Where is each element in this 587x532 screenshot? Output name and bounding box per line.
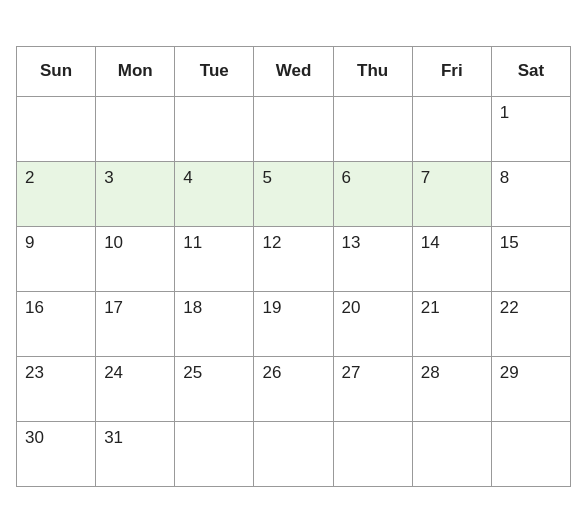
calendar-week-row: 3031 bbox=[17, 421, 571, 486]
calendar-day-number: 10 bbox=[104, 233, 166, 253]
calendar-day-cell bbox=[96, 96, 175, 161]
calendar-week-row: 2345678 bbox=[17, 161, 571, 226]
calendar-day-cell: 10 bbox=[96, 226, 175, 291]
calendar-day-cell: 3 bbox=[96, 161, 175, 226]
calendar-day-cell: 24 bbox=[96, 356, 175, 421]
calendar-day-cell: 17 bbox=[96, 291, 175, 356]
calendar-day-number: 4 bbox=[183, 168, 245, 188]
calendar-day-number: 2 bbox=[25, 168, 87, 188]
calendar-day-number: 31 bbox=[104, 428, 166, 448]
calendar-week-row: 1 bbox=[17, 96, 571, 161]
calendar-day-number: 19 bbox=[262, 298, 324, 318]
calendar-day-cell: 16 bbox=[17, 291, 96, 356]
calendar-day-number: 15 bbox=[500, 233, 562, 253]
calendar-day-number: 9 bbox=[25, 233, 87, 253]
calendar-header-cell: Fri bbox=[412, 46, 491, 96]
calendar-day-number: 12 bbox=[262, 233, 324, 253]
calendar-day-number: 29 bbox=[500, 363, 562, 383]
calendar-day-number: 7 bbox=[421, 168, 483, 188]
calendar-day-number: 8 bbox=[500, 168, 562, 188]
calendar-day-cell bbox=[333, 96, 412, 161]
calendar-day-cell: 14 bbox=[412, 226, 491, 291]
calendar-day-cell bbox=[412, 96, 491, 161]
calendar-day-cell: 23 bbox=[17, 356, 96, 421]
calendar-day-cell: 11 bbox=[175, 226, 254, 291]
calendar-day-cell: 30 bbox=[17, 421, 96, 486]
calendar-header-cell: Sat bbox=[491, 46, 570, 96]
calendar-day-cell: 12 bbox=[254, 226, 333, 291]
calendar-day-cell: 22 bbox=[491, 291, 570, 356]
calendar-week-row: 9101112131415 bbox=[17, 226, 571, 291]
calendar-header-cell: Thu bbox=[333, 46, 412, 96]
calendar-day-number: 26 bbox=[262, 363, 324, 383]
calendar-day-number: 24 bbox=[104, 363, 166, 383]
calendar-header-cell: Wed bbox=[254, 46, 333, 96]
calendar-day-cell: 25 bbox=[175, 356, 254, 421]
calendar-day-cell: 5 bbox=[254, 161, 333, 226]
calendar-day-number: 18 bbox=[183, 298, 245, 318]
calendar-day-cell bbox=[254, 96, 333, 161]
calendar-day-cell: 4 bbox=[175, 161, 254, 226]
calendar-day-cell: 26 bbox=[254, 356, 333, 421]
calendar-day-cell: 6 bbox=[333, 161, 412, 226]
calendar-day-number: 23 bbox=[25, 363, 87, 383]
calendar-day-number: 5 bbox=[262, 168, 324, 188]
calendar-day-cell bbox=[254, 421, 333, 486]
calendar-day-number: 25 bbox=[183, 363, 245, 383]
calendar-day-number: 6 bbox=[342, 168, 404, 188]
calendar-day-cell: 27 bbox=[333, 356, 412, 421]
calendar-day-number: 1 bbox=[500, 103, 562, 123]
calendar-day-cell: 31 bbox=[96, 421, 175, 486]
calendar-day-number: 11 bbox=[183, 233, 245, 253]
calendar-day-number: 13 bbox=[342, 233, 404, 253]
calendar-header-cell: Sun bbox=[17, 46, 96, 96]
calendar-day-cell: 1 bbox=[491, 96, 570, 161]
calendar-day-cell: 21 bbox=[412, 291, 491, 356]
calendar-day-number: 17 bbox=[104, 298, 166, 318]
calendar-day-cell bbox=[175, 96, 254, 161]
calendar-week-row: 16171819202122 bbox=[17, 291, 571, 356]
calendar-day-cell: 8 bbox=[491, 161, 570, 226]
calendar-day-cell: 7 bbox=[412, 161, 491, 226]
calendar-day-cell bbox=[175, 421, 254, 486]
calendar-day-cell: 13 bbox=[333, 226, 412, 291]
calendar-day-number: 30 bbox=[25, 428, 87, 448]
calendar-day-cell bbox=[491, 421, 570, 486]
calendar-header-cell: Tue bbox=[175, 46, 254, 96]
calendar-day-cell: 18 bbox=[175, 291, 254, 356]
calendar-day-cell: 29 bbox=[491, 356, 570, 421]
calendar-day-number: 21 bbox=[421, 298, 483, 318]
calendar-day-cell: 15 bbox=[491, 226, 570, 291]
calendar-day-number: 20 bbox=[342, 298, 404, 318]
calendar-week-row: 23242526272829 bbox=[17, 356, 571, 421]
calendar-day-number: 14 bbox=[421, 233, 483, 253]
calendar-day-cell bbox=[412, 421, 491, 486]
calendar-header-cell: Mon bbox=[96, 46, 175, 96]
calendar-day-cell: 19 bbox=[254, 291, 333, 356]
calendar-day-number: 27 bbox=[342, 363, 404, 383]
calendar-day-cell bbox=[333, 421, 412, 486]
calendar-day-cell: 20 bbox=[333, 291, 412, 356]
calendar-day-number: 22 bbox=[500, 298, 562, 318]
calendar-day-number: 28 bbox=[421, 363, 483, 383]
calendar-header-row: SunMonTueWedThuFriSat bbox=[17, 46, 571, 96]
calendar-day-number: 3 bbox=[104, 168, 166, 188]
calendar-day-cell bbox=[17, 96, 96, 161]
calendar-day-cell: 9 bbox=[17, 226, 96, 291]
calendar-day-cell: 28 bbox=[412, 356, 491, 421]
calendar-day-cell: 2 bbox=[17, 161, 96, 226]
calendar-day-number: 16 bbox=[25, 298, 87, 318]
calendar-table: SunMonTueWedThuFriSat 123456789101112131… bbox=[16, 46, 571, 487]
